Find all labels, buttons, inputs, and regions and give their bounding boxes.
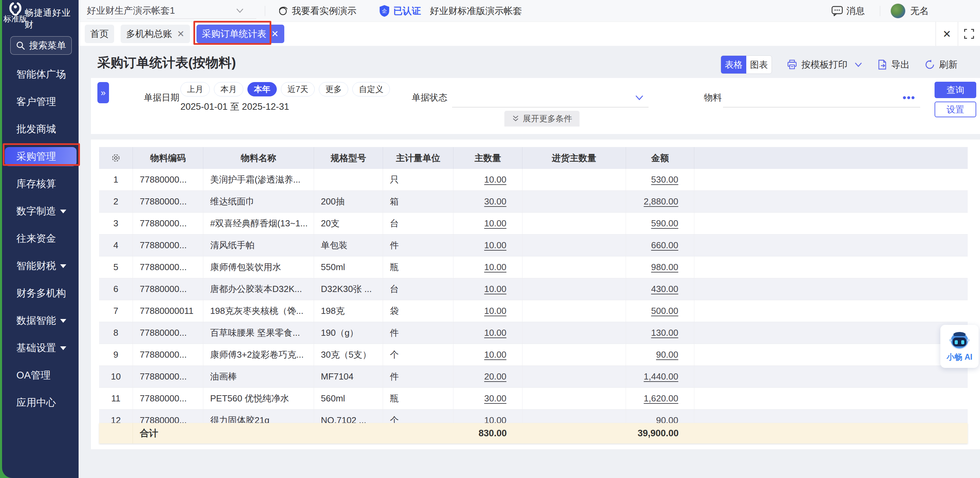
cell: 10.00 — [453, 409, 522, 423]
qty-link[interactable]: 10.00 — [484, 415, 506, 423]
sidebar-item-客户管理[interactable]: 客户管理 — [2, 88, 79, 116]
topbar: 好业财生产演示帐套1 我要看实例演示 — [79, 0, 980, 22]
account-book-selector[interactable]: 好业财生产演示帐套1 — [87, 3, 256, 19]
qty-link[interactable]: 10.00 — [484, 262, 506, 272]
cell — [522, 191, 626, 212]
cell: 4 — [99, 234, 133, 256]
status-select[interactable] — [452, 88, 649, 107]
tab-label: 采购订单统计表 — [202, 28, 267, 40]
column-header-金额: 金额 — [626, 147, 694, 169]
qty-link[interactable]: 30.00 — [484, 393, 506, 404]
export-button[interactable]: 导出 — [878, 59, 910, 71]
account-book-value: 好业财生产演示帐套1 — [87, 5, 175, 17]
tab-采购订单统计表[interactable]: 采购订单统计表✕ — [196, 25, 284, 43]
amount-link[interactable]: 530.00 — [651, 174, 678, 185]
qty-link[interactable]: 10.00 — [484, 306, 506, 316]
close-icon[interactable]: ✕ — [936, 22, 958, 46]
amount-link[interactable]: 660.00 — [651, 240, 678, 251]
amount-link[interactable]: 980.00 — [651, 262, 678, 272]
view-chart-button[interactable]: 图表 — [746, 56, 772, 73]
amount-link[interactable]: 90.00 — [656, 349, 678, 360]
expand-more-conditions-button[interactable]: 展开更多条件 — [504, 111, 579, 126]
tab-label: 首页 — [90, 28, 109, 40]
ai-assistant-button[interactable]: 小畅 AI — [940, 325, 978, 368]
qty-link[interactable]: 10.00 — [484, 240, 506, 251]
amount-link[interactable]: 1,440.00 — [644, 371, 678, 382]
cell — [522, 366, 626, 387]
qty-link[interactable]: 10.00 — [484, 328, 506, 338]
qty-link[interactable]: 30.00 — [484, 196, 506, 207]
sidebar-item-智能财税[interactable]: 智能财税 — [2, 252, 79, 280]
cell: 唐都办公胶装本D32K... — [203, 278, 314, 300]
amount-link[interactable]: 590.00 — [651, 218, 678, 229]
sidebar-item-采购管理[interactable]: 采购管理 — [2, 143, 79, 170]
ellipsis-more-icon[interactable]: ••• — [902, 92, 915, 104]
sidebar-item-智能体广场[interactable]: 智能体广场 — [2, 61, 79, 88]
sidebar-item-数字制造[interactable]: 数字制造 — [2, 198, 79, 225]
cell: 90.00 — [626, 344, 694, 365]
tab-首页[interactable]: 首页 — [85, 25, 114, 43]
sidebar-item-应用中心[interactable]: 应用中心 — [2, 389, 79, 416]
date-pill-上月[interactable]: 上月 — [180, 82, 210, 96]
cell: 550ml — [314, 257, 383, 278]
amount-link[interactable]: 500.00 — [651, 306, 678, 316]
sidebar-item-OA管理[interactable]: OA管理 — [2, 362, 79, 389]
fullscreen-icon[interactable] — [958, 22, 980, 46]
cell — [522, 322, 626, 344]
tab-close-icon[interactable]: ✕ — [271, 29, 279, 39]
date-pill-本年[interactable]: 本年 — [247, 82, 277, 96]
chevron-down-icon[interactable] — [854, 62, 862, 67]
view-table-button[interactable]: 表格 — [721, 56, 746, 73]
material-picker[interactable]: ••• — [723, 88, 920, 107]
sidebar-item-label: 采购管理 — [16, 150, 56, 163]
sidebar-item-财务多机构[interactable]: 财务多机构 — [2, 280, 79, 307]
sidebar-item-批发商城[interactable]: 批发商城 — [2, 116, 79, 143]
amount-link[interactable]: 1,620.00 — [644, 393, 678, 404]
date-pill-本月[interactable]: 本月 — [214, 82, 243, 96]
qty-link[interactable]: 20.00 — [484, 371, 506, 382]
sidebar-item-数据智能[interactable]: 数据智能 — [2, 307, 79, 335]
amount-link[interactable]: 130.00 — [651, 328, 678, 338]
demo-link[interactable]: 我要看实例演示 — [277, 5, 356, 17]
qty-link[interactable]: 10.00 — [484, 349, 506, 360]
date-pill-自定义[interactable]: 自定义 — [352, 82, 390, 96]
cell: 30.00 — [453, 191, 522, 212]
amount-link[interactable]: 430.00 — [651, 284, 678, 295]
collapse-filter-button[interactable]: » — [97, 82, 109, 103]
print-by-template-button[interactable]: 按模板打印 — [787, 59, 862, 71]
messages-button[interactable]: 消息 — [831, 5, 865, 17]
sidebar-item-往来资金[interactable]: 往来资金 — [2, 225, 79, 252]
sidebar-item-label: 库存核算 — [16, 177, 56, 191]
cell — [694, 257, 968, 278]
sidebar-item-库存核算[interactable]: 库存核算 — [2, 170, 79, 198]
gear-icon[interactable] — [111, 153, 121, 163]
qty-link[interactable]: 10.00 — [484, 284, 506, 295]
cell: MF7104 — [314, 366, 383, 387]
qty-link[interactable]: 10.00 — [484, 218, 506, 229]
cell: 77880000... — [133, 169, 203, 190]
cell — [694, 409, 968, 423]
query-button[interactable]: 查询 — [935, 82, 976, 98]
cell: 77880000... — [133, 234, 203, 256]
export-icon — [878, 59, 887, 70]
tab-多机构总账[interactable]: 多机构总账✕ — [121, 25, 190, 43]
cell: D32K30张 ... — [314, 278, 383, 300]
refresh-button[interactable]: 刷新 — [924, 59, 958, 71]
search-menu-button[interactable]: 搜索菜单 — [10, 36, 72, 55]
sidebar-item-基础设置[interactable]: 基础设置 — [2, 335, 79, 362]
tab-close-icon[interactable]: ✕ — [177, 29, 185, 39]
user-avatar[interactable] — [891, 3, 905, 19]
date-range-value[interactable]: 2025-01-01 至 2025-12-31 — [180, 100, 289, 113]
cell — [694, 344, 968, 365]
sidebar-item-label: 基础设置 — [16, 341, 56, 355]
user-menu[interactable]: 无名 — [910, 5, 980, 17]
date-filter-label: 单据日期 — [144, 92, 180, 104]
cell — [694, 300, 968, 322]
settings-button[interactable]: 设置 — [935, 102, 976, 117]
date-pill-近7天[interactable]: 近7天 — [281, 82, 315, 96]
date-pill-更多[interactable]: 更多 — [319, 82, 348, 96]
amount-link[interactable]: 90.00 — [656, 415, 678, 423]
tab-bar-tabs: 首页多机构总账✕采购订单统计表✕ — [85, 22, 284, 46]
amount-link[interactable]: 2,880.00 — [644, 196, 678, 207]
qty-link[interactable]: 10.00 — [484, 174, 506, 185]
